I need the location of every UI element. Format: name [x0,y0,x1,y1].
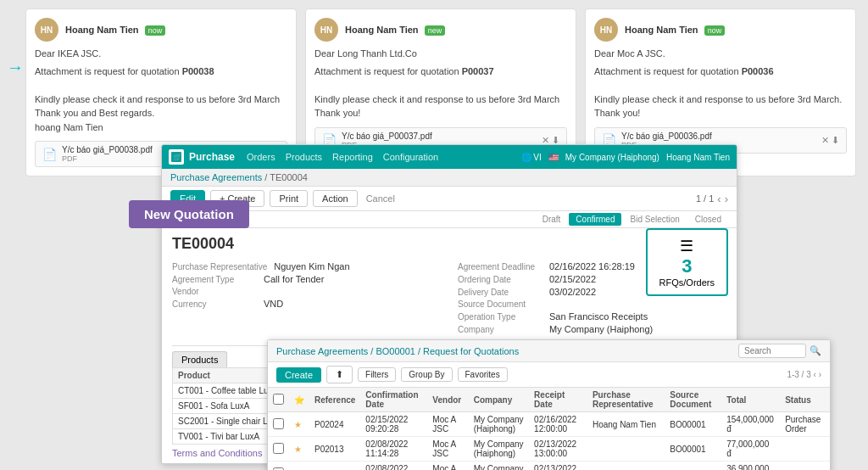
receipt-date-1: 02/16/2022 12:00:00 [529,412,587,437]
sub-next-button[interactable]: › [819,370,821,379]
col-receipt-date[interactable]: Receipt Date [529,388,587,412]
row-checkbox-3[interactable] [273,467,284,471]
col-total[interactable]: Total [721,388,780,412]
badge-3: now [704,25,726,36]
sub-window: Purchase Agreements / BO00001 / Request … [267,339,831,470]
field-currency: Currency VND [172,299,441,309]
star-2[interactable]: ★ [294,445,302,454]
ref-2: P02013 [309,437,360,462]
products-tab[interactable]: Products [172,351,227,367]
tab-bid-selection[interactable]: Bid Selection [623,213,686,226]
status-1: Purchase Order [780,412,830,437]
page-nav: 1 / 1 ‹ › [696,193,728,205]
sender-name-3: Hoang Nam Tien [625,25,698,35]
lang-icon: 🌐 VI [521,153,542,162]
recipient-3: Dear Moc A JSC. [594,47,847,61]
search-icon[interactable]: 🔍 [810,345,821,356]
col-purchase-rep[interactable]: Purchase Representative [587,388,665,412]
nav-orders[interactable]: Orders [247,152,275,162]
user-name: Hoang Nam Tien [666,153,730,162]
email-body-2: Dear Long Thanh Ltd.Co Attachment is req… [314,47,567,120]
attachment-actions-3[interactable]: ✕ ⬇ [821,135,839,146]
select-all-checkbox[interactable] [273,394,284,405]
email-body-1: Dear IKEA JSC. Attachment is request for… [35,47,287,134]
print-button[interactable]: Print [270,190,308,207]
purchase-rep-2 [587,437,665,462]
email-text-3: Attachment is request for quotation P000… [594,64,847,120]
badge-1: now [145,25,166,36]
row-checkbox-2[interactable] [273,443,284,454]
row-checkbox-1[interactable] [273,418,284,429]
filters-button[interactable]: Filters [358,367,396,382]
email-body-3: Dear Moc A JSC. Attachment is request fo… [594,47,847,120]
ref-3: P02014 [309,462,360,471]
table-row: ☆ P02014 02/08/2022 11:47:51 Moc A JSC M… [268,462,830,471]
page-info: 1 / 1 [696,193,714,204]
favorites-button[interactable]: Favorites [458,367,508,382]
col-status[interactable]: Status [780,388,830,412]
breadcrumb-parent[interactable]: Purchase Agreements [170,172,262,182]
col-reference[interactable]: Reference [309,388,360,412]
total-1: 154,000,000 đ [721,412,780,437]
value-agreement-type: Call for Tender [264,274,324,284]
sender-name-1: Hoang Nam Tien [65,25,139,35]
pdf-icon-1: 📄 [42,148,57,161]
label-agreement-deadline: Agreement Deadline [458,262,542,271]
field-company: Company My Company (Haiphong) [458,324,726,334]
receipt-date-2: 02/13/2022 13:00:00 [529,437,587,462]
avatar-1: HN [35,18,58,42]
col-vendor[interactable]: Vendor [427,388,468,412]
email-card-2-header: HN Hoang Nam Tien new [314,18,567,42]
tab-draft[interactable]: Draft [536,213,568,226]
topnav-right: 🌐 VI 🇺🇸 My Company (Haiphong) Hoang Nam … [521,153,730,162]
company-1: My Company (Haiphong) [469,412,529,437]
total-3: 36,900,000 đ [721,462,780,471]
status-3: Locked [780,462,830,471]
rfq-label: RFQs/Orders [659,277,715,288]
col-source-doc[interactable]: Source Document [665,388,721,412]
status-2 [780,437,830,462]
nav-products[interactable]: Products [286,152,322,162]
col-company[interactable]: Company [469,388,529,412]
search-input[interactable] [738,344,806,358]
vendor-3: Moc A JSC [427,462,468,471]
next-page-button[interactable]: › [725,193,728,205]
sender-name-2: Hoang Nam Tien [345,25,419,35]
prev-page-button[interactable]: ‹ [717,193,721,205]
app-icon: 🛒 [169,149,184,165]
breadcrumb: Purchase Agreements / TE00004 [162,169,737,187]
avatar-3: HN [594,18,618,42]
sub-table: ⭐ Reference Confirmation Date Vendor Com… [268,388,830,470]
sub-page-count: 1-3 / 3 ‹ › [787,370,821,379]
table-row: ★ P02013 02/08/2022 11:14:28 Moc A JSC M… [268,437,830,462]
email-text-2: Attachment is request for quotation P000… [314,64,567,120]
action-button[interactable]: Action [313,190,358,207]
conf-date-2: 02/08/2022 11:14:28 [360,437,427,462]
svg-text:🛒: 🛒 [173,153,181,161]
cancel-button[interactable]: Cancel [366,193,395,204]
source-doc-2: BO00001 [665,437,721,462]
sub-breadcrumb[interactable]: Purchase Agreements / BO00001 / Request … [276,346,519,356]
label-agreement-type: Agreement Type [172,275,257,284]
nav-configuration[interactable]: Configuration [383,152,438,162]
group-by-button[interactable]: Group By [401,367,452,382]
tab-closed[interactable]: Closed [688,213,728,226]
recipient-2: Dear Long Thanh Ltd.Co [314,47,567,61]
conf-date-3: 02/08/2022 11:47:51 [360,462,427,471]
create-rfq-button[interactable]: Create [276,367,321,383]
nav-reporting[interactable]: Reporting [332,152,373,162]
form-fields: Purchase Representative Nguyen Kim Ngan … [172,261,726,337]
field-source-doc: Source Document [458,299,726,309]
value-ordering-date: 02/15/2022 [549,274,596,284]
label-currency: Currency [172,299,257,309]
sub-prev-button[interactable]: ‹ [814,370,816,379]
rfq-counter[interactable]: ☰ 3 RFQs/Orders [646,228,728,296]
col-checkbox [268,388,289,412]
sub-search: 🔍 [738,344,821,358]
col-star: ⭐ [289,388,309,412]
star-1[interactable]: ★ [294,420,302,429]
col-confirmation-date[interactable]: Confirmation Date [360,388,427,412]
tab-confirmed[interactable]: Confirmed [569,213,621,226]
upload-button[interactable]: ⬆ [326,366,353,383]
field-vendor: Vendor [172,287,441,296]
